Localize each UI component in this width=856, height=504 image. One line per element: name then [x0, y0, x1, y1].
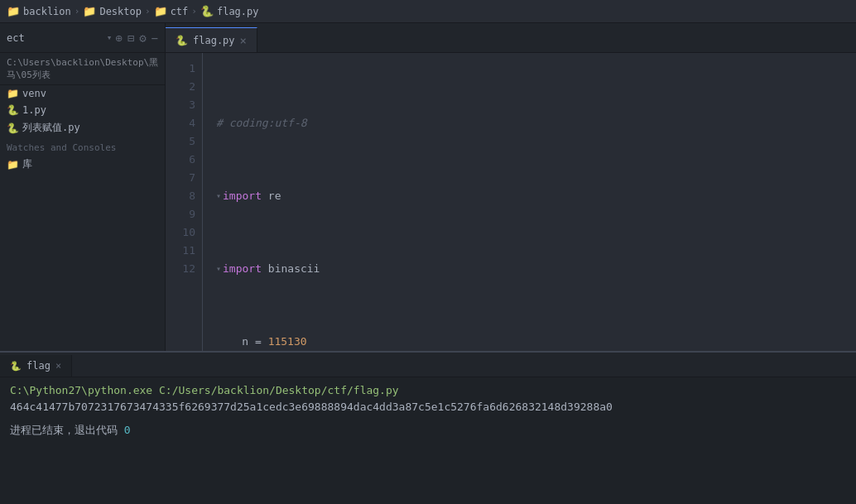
sidebar-title: ect	[7, 32, 103, 44]
line-num-10: 10	[166, 223, 195, 242]
sidebar-header-icons: ⊕ ⊟ ⚙ −	[115, 31, 158, 45]
code-comment-1: # coding:utf-8	[216, 114, 307, 132]
console-output-line: 464c41477b7072317673474335f6269377d25a1c…	[10, 399, 846, 415]
tab-flagpy[interactable]: 🐍 flag.py ×	[166, 27, 257, 52]
code-binascii: binascii	[262, 260, 320, 278]
console-exit-code: 0	[124, 424, 131, 436]
breadcrumb-file-icon: 🐍	[200, 5, 214, 17]
sidebar-item-label-1py: 1.py	[22, 104, 46, 116]
fold-arrow-3[interactable]: ▾	[216, 260, 221, 278]
console-exit-line: 进程已结束，退出代码 0	[10, 422, 846, 439]
sidebar-add-icon[interactable]: ⊕	[115, 31, 122, 45]
panel-tab-flag[interactable]: 🐍 flag ×	[0, 355, 72, 377]
fold-arrow-2[interactable]: ▾	[216, 187, 221, 205]
breadcrumb-sep-3: ›	[191, 6, 197, 17]
sidebar-item-ku[interactable]: 📁 库	[0, 155, 165, 174]
tab-close-button[interactable]: ×	[240, 35, 247, 46]
code-n-value: 115130	[268, 333, 307, 351]
sidebar-item-label-lieBiaoFuZhi: 列表赋值.py	[22, 121, 80, 135]
sidebar-header: ect ▾ ⊕ ⊟ ⚙ −	[0, 23, 165, 53]
sidebar-item-1py[interactable]: 🐍 1.py	[0, 102, 165, 118]
tab-file-icon: 🐍	[176, 35, 188, 46]
console-cmd-text: C:\Python27\python.exe C:/Users/backlion…	[10, 384, 399, 396]
line-num-8: 8	[166, 187, 195, 205]
1py-file-icon: 🐍	[7, 104, 19, 116]
code-line-2: ▾ import re	[216, 187, 856, 205]
code-n-assign: n =	[216, 333, 268, 351]
code-content[interactable]: # coding:utf-8 ▾ import re ▾ import bina…	[203, 53, 856, 351]
code-line-4: n = 115130	[216, 333, 856, 351]
line-num-11: 11	[166, 242, 195, 260]
line-num-6: 6	[166, 151, 195, 169]
console-exit-text: 进程已结束，退出代码	[10, 424, 118, 436]
breadcrumb-folder-icon-1: 📁	[7, 5, 20, 17]
code-area[interactable]: 1 2 3 4 5 6 7 8 9 10 11 12 # coding:utf-…	[166, 53, 856, 351]
sidebar-item-venv[interactable]: 📁 venv	[0, 85, 165, 102]
line-num-2: 2	[166, 78, 195, 96]
line-num-1: 1	[166, 60, 195, 78]
panel-tab-icon: 🐍	[10, 361, 22, 372]
editor-area: 🐍 flag.py × 1 2 3 4 5 6 7 8 9 10 11 12	[166, 23, 856, 351]
sidebar-minimize-icon[interactable]: −	[151, 31, 158, 45]
breadcrumb-folder-icon-2: 📁	[83, 5, 96, 17]
main-area: ect ▾ ⊕ ⊟ ⚙ − C:\Users\backlion\Desktop\…	[0, 23, 856, 351]
lieBiaoFuZhi-file-icon: 🐍	[7, 122, 19, 134]
code-line-3: ▾ import binascii	[216, 260, 856, 278]
breadcrumb-ctf[interactable]: ctf	[171, 6, 189, 17]
ku-folder-icon: 📁	[7, 159, 19, 170]
sidebar-items: 📁 venv 🐍 1.py 🐍 列表赋值.py Watches and Cons…	[0, 85, 165, 351]
tab-label: flag.py	[193, 35, 235, 46]
console-content[interactable]: C:\Python27\python.exe C:/Users/backlion…	[0, 377, 856, 504]
sidebar-section-watches: Watches and Consoles	[0, 137, 165, 155]
line-num-5: 5	[166, 132, 195, 151]
code-space-2: re	[262, 187, 281, 205]
venv-folder-icon: 📁	[7, 88, 19, 99]
sidebar: ect ▾ ⊕ ⊟ ⚙ − C:\Users\backlion\Desktop\…	[0, 23, 166, 351]
line-numbers: 1 2 3 4 5 6 7 8 9 10 11 12	[166, 53, 203, 351]
sidebar-item-label-ku: 库	[22, 157, 32, 171]
breadcrumb-sep-2: ›	[145, 6, 151, 17]
breadcrumb-desktop[interactable]: Desktop	[99, 6, 142, 17]
sidebar-item-label-venv: venv	[22, 88, 46, 99]
line-num-9: 9	[166, 205, 195, 223]
breadcrumb-folder-icon-3: 📁	[154, 5, 167, 17]
line-num-7: 7	[166, 169, 195, 187]
panel-tab-bar: 🐍 flag ×	[0, 353, 856, 377]
console-cmd-line: C:\Python27\python.exe C:/Users/backlion…	[10, 382, 846, 399]
panel-tab-close[interactable]: ×	[55, 361, 61, 371]
breadcrumb-backlion[interactable]: backlion	[23, 6, 71, 17]
line-num-3: 3	[166, 96, 195, 114]
bottom-panel: 🐍 flag × C:\Python27\python.exe C:/Users…	[0, 351, 856, 504]
sidebar-settings-icon[interactable]: ⚙	[139, 31, 146, 45]
line-num-12: 12	[166, 260, 195, 278]
tab-bar: 🐍 flag.py ×	[166, 23, 856, 53]
sidebar-item-lieBiaoFuZhi[interactable]: 🐍 列表赋值.py	[0, 118, 165, 137]
breadcrumb-bar: 📁 backlion › 📁 Desktop › 📁 ctf › 🐍 flag.…	[0, 0, 856, 23]
console-output-text: 464c41477b7072317673474335f6269377d25a1c…	[10, 401, 613, 413]
line-num-4: 4	[166, 114, 195, 132]
code-line-1: # coding:utf-8	[216, 114, 856, 132]
sidebar-header-icon-down: ▾	[107, 32, 113, 43]
sidebar-path: C:\Users\backlion\Desktop\黑马\05列表	[0, 53, 165, 85]
breadcrumb-sep-1: ›	[75, 6, 80, 17]
breadcrumb-flagpy[interactable]: flag.py	[217, 6, 259, 17]
panel-tab-label: flag	[26, 360, 50, 372]
code-import-2: import	[223, 187, 262, 205]
code-import-3: import	[223, 260, 262, 278]
sidebar-diff-icon[interactable]: ⊟	[127, 31, 134, 45]
